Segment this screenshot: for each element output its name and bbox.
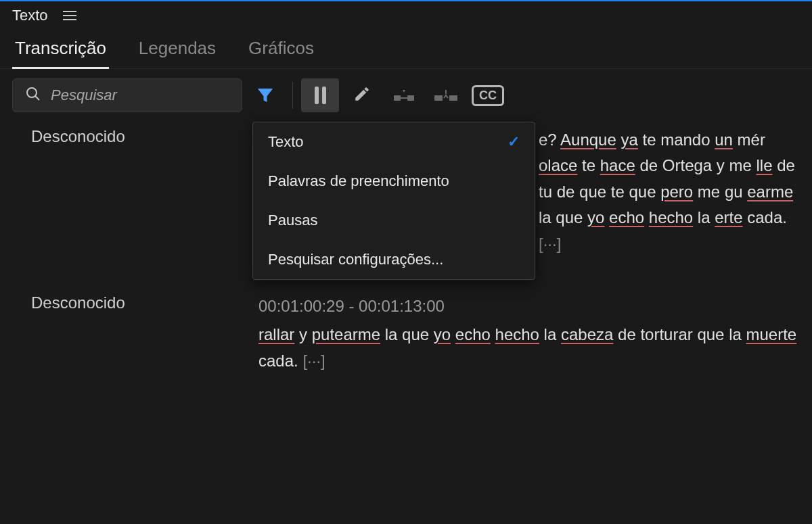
- svg-point-0: [27, 88, 37, 97]
- pause-icon: [315, 87, 326, 104]
- transcript-body[interactable]: 00:01:00:29 - 00:01:13:00 rallar y putea…: [258, 293, 800, 374]
- filter-button[interactable]: [246, 78, 284, 112]
- svg-rect-5: [449, 95, 457, 101]
- timecode: 00:01:00:29 - 00:01:13:00: [258, 293, 800, 319]
- svg-rect-3: [407, 95, 414, 101]
- dropdown-item-text[interactable]: Texto ✓: [253, 122, 535, 162]
- panel-menu-icon[interactable]: [59, 7, 81, 24]
- ellipsis[interactable]: [···]: [539, 235, 561, 253]
- transcript-text: e? Aunque ya te mando un mér olace te ha…: [539, 130, 795, 227]
- svg-line-1: [35, 96, 39, 100]
- tab-graphics[interactable]: Gráficos: [246, 32, 317, 68]
- pause-markers-button[interactable]: [301, 78, 339, 112]
- speaker-label[interactable]: Desconocido: [31, 127, 234, 257]
- toolbar: CC: [0, 69, 812, 122]
- tabs-bar: Transcrição Legendas Gráficos: [0, 27, 812, 69]
- split-icon: [434, 85, 457, 105]
- speaker-label[interactable]: Desconocido: [31, 293, 234, 374]
- dropdown-item-label: Pesquisar configurações...: [268, 251, 443, 268]
- edit-button[interactable]: [343, 78, 381, 112]
- search-box[interactable]: [12, 78, 242, 112]
- merge-segments-button[interactable]: [385, 78, 423, 112]
- tab-captions[interactable]: Legendas: [136, 32, 219, 68]
- dropdown-item-search-settings[interactable]: Pesquisar configurações...: [253, 240, 535, 279]
- dropdown-item-label: Pausas: [268, 212, 317, 229]
- dropdown-item-filler-words[interactable]: Palavras de preenchimento: [253, 162, 535, 201]
- search-input[interactable]: [51, 87, 229, 104]
- check-icon: ✓: [508, 133, 520, 151]
- cc-icon: CC: [472, 85, 504, 106]
- search-icon: [25, 86, 41, 105]
- filter-dropdown: Texto ✓ Palavras de preenchimento Pausas…: [252, 122, 535, 280]
- panel-title: Texto: [12, 7, 48, 24]
- panel-header: Texto: [0, 1, 812, 27]
- dropdown-item-label: Palavras de preenchimento: [268, 172, 449, 190]
- dropdown-item-pauses[interactable]: Pausas: [253, 201, 535, 240]
- toolbar-divider: [292, 82, 293, 109]
- ellipsis[interactable]: [···]: [302, 352, 325, 370]
- transcript-entry: Desconocido 00:01:00:29 - 00:01:13:00 ra…: [31, 293, 800, 374]
- transcript-content: Texto ✓ Palavras de preenchimento Pausas…: [0, 122, 812, 374]
- transcript-text: rallar y putearme la que yo echo hecho l…: [258, 325, 796, 369]
- tab-transcription[interactable]: Transcrição: [12, 32, 109, 68]
- cc-button[interactable]: CC: [469, 78, 507, 112]
- dropdown-item-label: Texto: [268, 133, 304, 151]
- pencil-icon: [353, 85, 371, 105]
- svg-rect-4: [434, 95, 443, 101]
- svg-rect-2: [394, 95, 401, 101]
- merge-icon: [392, 85, 415, 105]
- split-segments-button[interactable]: [427, 78, 465, 112]
